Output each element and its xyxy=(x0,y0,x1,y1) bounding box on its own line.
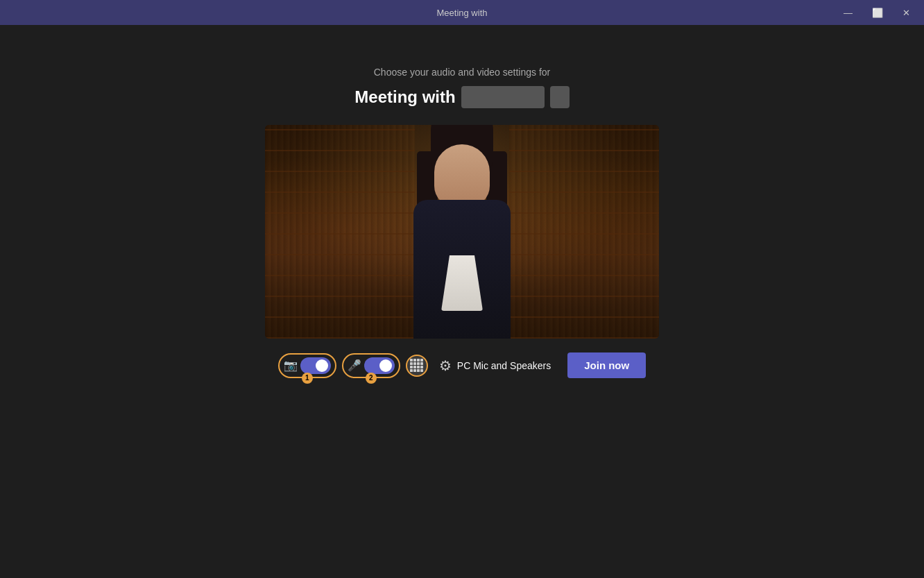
join-now-button[interactable]: Join now xyxy=(567,352,646,378)
close-button[interactable]: ✕ xyxy=(900,7,913,19)
noise-dot xyxy=(410,359,413,362)
mic-toggle[interactable] xyxy=(364,357,395,374)
speaker-label: PC Mic and Speakers xyxy=(457,360,551,371)
noise-dot xyxy=(413,362,416,365)
camera-badge: 1 xyxy=(302,373,313,384)
noise-dot xyxy=(417,362,420,365)
titlebar-controls: — ⬜ ✕ xyxy=(841,7,913,19)
titlebar: Meeting with — ⬜ ✕ xyxy=(0,0,924,25)
meeting-title-row: Meeting with xyxy=(354,86,569,108)
noise-dot xyxy=(420,362,423,365)
camera-icon: 📷 xyxy=(284,359,298,372)
minimize-button[interactable]: — xyxy=(841,7,855,19)
noise-dot xyxy=(410,369,413,372)
main-content: Choose your audio and video settings for… xyxy=(0,25,924,578)
meeting-title-redacted xyxy=(461,86,545,108)
noise-dot xyxy=(417,359,420,362)
shelf-right xyxy=(509,125,659,339)
mic-icon: 🎤 xyxy=(348,359,361,372)
camera-toggle[interactable] xyxy=(300,357,331,374)
settings-area: ⚙ PC Mic and Speakers xyxy=(439,357,551,374)
noise-dot xyxy=(420,359,423,362)
controls-wrapper: 📷 1 🎤 2 xyxy=(278,352,646,378)
meeting-title-prefix: Meeting with xyxy=(354,87,455,107)
noise-dot xyxy=(417,369,420,372)
restore-button[interactable]: ⬜ xyxy=(869,7,886,19)
meeting-title-redacted2 xyxy=(550,86,570,108)
mic-group[interactable]: 🎤 2 xyxy=(342,353,400,378)
gear-icon[interactable]: ⚙ xyxy=(439,357,452,374)
titlebar-title: Meeting with xyxy=(437,8,488,18)
noise-dot xyxy=(410,366,413,368)
noise-dot xyxy=(413,366,416,368)
person-silhouette xyxy=(393,158,531,339)
noise-dot xyxy=(413,359,416,362)
noise-dot xyxy=(420,369,423,372)
video-preview xyxy=(265,125,659,339)
noise-dot xyxy=(410,362,413,365)
mic-badge: 2 xyxy=(366,373,377,384)
head xyxy=(434,144,490,207)
subtitle-text: Choose your audio and video settings for xyxy=(374,67,551,78)
noise-suppression-button[interactable] xyxy=(406,355,428,377)
camera-group[interactable]: 📷 1 xyxy=(278,353,336,378)
noise-dot xyxy=(413,369,416,372)
noise-dot xyxy=(417,366,420,368)
noise-dot xyxy=(420,366,423,368)
noise-icon-grid xyxy=(410,359,423,372)
